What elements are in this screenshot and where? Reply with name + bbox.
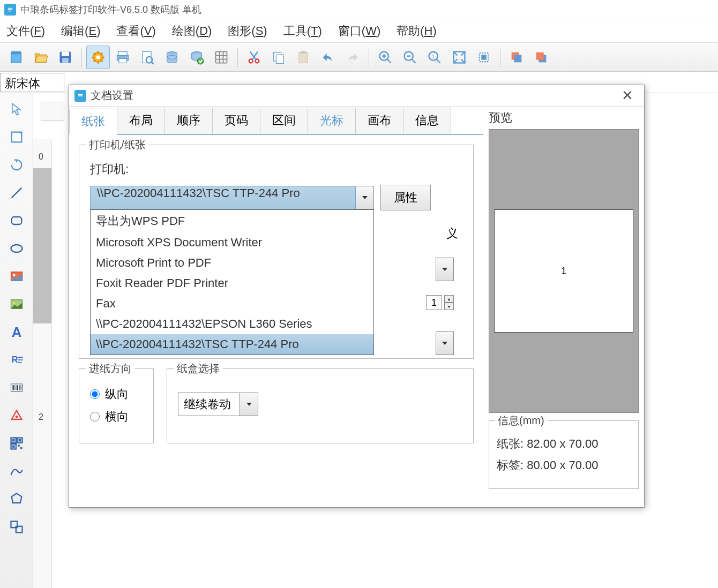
layer-back-button[interactable]	[529, 46, 553, 69]
dropdown-arrow[interactable]	[436, 258, 454, 281]
curve-tool[interactable]	[3, 458, 31, 484]
font-name-select[interactable]: 新宋体	[0, 73, 64, 92]
svg-rect-54	[18, 439, 21, 442]
tab-page[interactable]: 页码	[212, 108, 260, 134]
printer-option[interactable]: Fax	[91, 293, 373, 314]
svg-line-13	[151, 62, 154, 64]
feed-direction-label: 进纸方向	[86, 361, 135, 376]
menu-view[interactable]: 查看(V)	[116, 23, 155, 39]
menu-edit[interactable]: 编辑(E)	[61, 23, 100, 39]
menu-tool[interactable]: 工具(T)	[283, 23, 322, 39]
settings-button[interactable]	[86, 46, 110, 69]
count-spinner[interactable]	[426, 295, 442, 310]
info-title: 信息(mm)	[495, 413, 548, 428]
preview-page: 1	[494, 209, 633, 333]
copy-button[interactable]	[267, 46, 290, 69]
tray-section-label: 纸盒选择	[174, 361, 223, 376]
cut-button[interactable]	[242, 46, 266, 69]
menu-draw[interactable]: 绘图(D)	[172, 23, 212, 39]
preview-page-number: 1	[561, 266, 566, 277]
spin-down[interactable]: ▾	[444, 303, 454, 310]
ruler-corner	[41, 102, 64, 121]
menu-help[interactable]: 帮助(H)	[397, 23, 437, 39]
printer-option[interactable]: \\PC-202004111432\TSC TTP-244 Pro	[91, 334, 373, 355]
undo-button[interactable]	[316, 46, 340, 69]
svg-rect-48	[11, 384, 22, 391]
zoom-label-button[interactable]	[472, 46, 496, 69]
info-label-row: 标签: 80.00 x 70.00	[497, 457, 631, 473]
line-tool[interactable]	[3, 180, 31, 206]
printer-option[interactable]: Foxit Reader PDF Printer	[91, 273, 373, 293]
printer-option[interactable]: Microsoft XPS Document Writer	[91, 232, 373, 253]
svg-rect-35	[514, 55, 521, 62]
dialog-titlebar[interactable]: 文档设置 ✕	[69, 85, 644, 107]
text-tool[interactable]: A	[3, 319, 31, 345]
barcode-tool[interactable]	[3, 375, 31, 401]
app-icon	[4, 4, 16, 16]
svg-point-17	[197, 58, 204, 64]
image-tool[interactable]	[3, 263, 31, 289]
rotate-tool[interactable]	[3, 152, 31, 178]
zoom-in-button[interactable]	[373, 46, 397, 69]
tab-canvas[interactable]: 画布	[355, 108, 403, 134]
refresh-button[interactable]	[185, 46, 208, 69]
grid-button[interactable]	[210, 46, 233, 69]
preview-button[interactable]	[136, 46, 159, 69]
open-button[interactable]	[29, 46, 53, 69]
tab-cursor[interactable]: 光标	[308, 108, 356, 134]
svg-rect-5	[62, 58, 69, 63]
rect-tool[interactable]	[3, 208, 31, 233]
dropdown-arrow[interactable]	[436, 331, 454, 355]
printer-dropdown-list: 导出为WPS PDF Microsoft XPS Document Writer…	[90, 209, 374, 355]
close-button[interactable]: ✕	[616, 87, 639, 104]
triangle-tool[interactable]	[3, 403, 31, 428]
group-tool[interactable]	[3, 514, 31, 540]
dialog-tabs: 纸张 布局 顺序 页码 区间 光标 画布 信息	[69, 108, 483, 135]
ellipse-tool[interactable]	[3, 236, 31, 261]
properties-button[interactable]: 属性	[380, 185, 431, 210]
svg-rect-23	[301, 51, 305, 54]
svg-rect-21	[276, 55, 283, 63]
svg-point-49	[15, 416, 18, 418]
cursor-tool[interactable]	[3, 96, 31, 122]
ruler-mark: 2	[39, 412, 43, 422]
paste-button[interactable]	[291, 46, 315, 69]
menu-window[interactable]: 窗口(W)	[338, 23, 380, 39]
qrcode-tool[interactable]	[3, 431, 31, 456]
tab-layout[interactable]: 布局	[117, 108, 165, 134]
menu-shape[interactable]: 图形(S)	[228, 23, 267, 39]
menu-file[interactable]: 文件(F)	[6, 23, 45, 39]
orientation-landscape-radio[interactable]	[90, 412, 100, 421]
left-toolbar: A R	[0, 93, 33, 588]
zoom-100-button[interactable]: 1	[423, 46, 446, 69]
svg-text:1: 1	[432, 54, 435, 59]
svg-text:R: R	[11, 355, 18, 364]
database-button[interactable]	[160, 46, 184, 69]
save-button[interactable]	[54, 46, 77, 69]
printer-dropdown-button[interactable]	[356, 186, 374, 209]
printer-option[interactable]: 导出为WPS PDF	[91, 210, 373, 232]
printer-option[interactable]: \\PC-202004111432\EPSON L360 Series	[91, 314, 373, 334]
tab-range[interactable]: 区间	[260, 108, 308, 134]
tray-dropdown-button[interactable]	[240, 393, 258, 416]
new-doc-button[interactable]	[4, 46, 28, 69]
page-tool[interactable]	[3, 124, 31, 150]
layer-front-button[interactable]	[505, 46, 528, 69]
svg-rect-37	[536, 52, 544, 59]
richtext-tool[interactable]: R	[3, 347, 31, 373]
tab-info[interactable]: 信息	[403, 108, 451, 134]
redo-button[interactable]	[341, 46, 364, 69]
svg-line-39	[11, 188, 21, 198]
tab-order[interactable]: 顺序	[164, 108, 213, 134]
tray-select[interactable]: 继续卷动	[178, 393, 240, 416]
spin-up[interactable]: ▴	[444, 295, 454, 303]
zoom-fit-button[interactable]	[447, 46, 471, 69]
tab-paper[interactable]: 纸张	[69, 109, 117, 135]
orientation-portrait-radio[interactable]	[90, 389, 100, 399]
zoom-out-button[interactable]	[398, 46, 422, 69]
printer-select[interactable]: \\PC-202004111432\TSC TTP-244 Pro	[90, 186, 356, 209]
printer-option[interactable]: Microsoft Print to PDF	[91, 253, 373, 273]
polygon-tool[interactable]	[3, 486, 31, 512]
print-button[interactable]	[111, 46, 134, 69]
picture-tool[interactable]	[3, 291, 31, 317]
